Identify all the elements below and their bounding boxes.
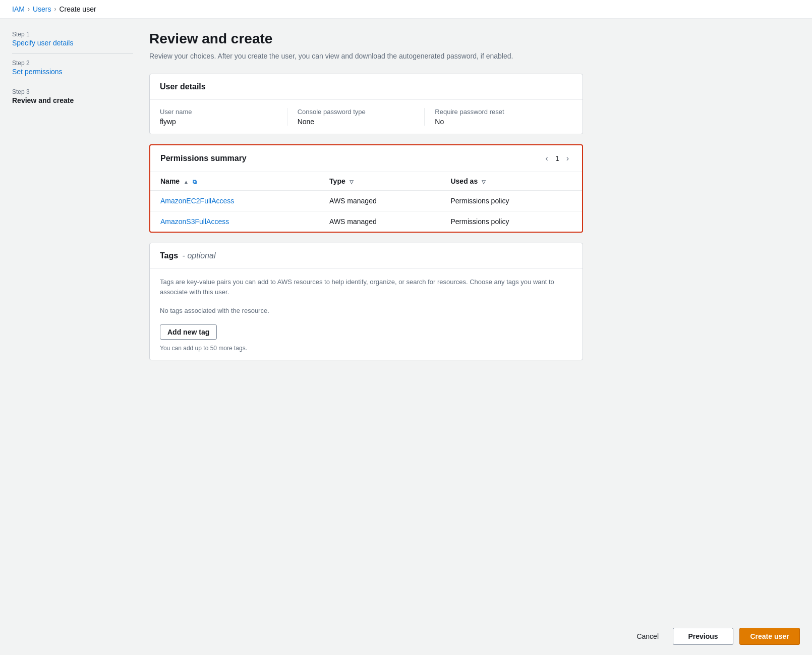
tags-title-text: Tags xyxy=(160,251,178,260)
permissions-table-head: Name ▲ ⧉ Type ▽ Used as ▽ xyxy=(150,172,582,191)
user-detail-username: User name flywp xyxy=(160,108,287,126)
breadcrumb-sep-1: › xyxy=(28,6,30,13)
tag-limit-note: You can add up to 50 more tags. xyxy=(160,345,572,352)
col-used-as-sort-icon: ▽ xyxy=(482,179,486,185)
user-detail-password-reset: Require password reset No xyxy=(435,108,572,126)
step-3-label: Step 3 xyxy=(12,88,133,95)
page-description: Review your choices. After you create th… xyxy=(149,51,583,62)
step-1-link[interactable]: Specify user details xyxy=(12,39,73,47)
pagination-next-btn[interactable]: › xyxy=(563,153,572,163)
step-1-label: Step 1 xyxy=(12,31,133,38)
page-title: Review and create xyxy=(149,31,583,47)
breadcrumb-users[interactable]: Users xyxy=(33,5,51,13)
step-divider-2 xyxy=(12,82,133,82)
step-2-label: Step 2 xyxy=(12,60,133,67)
breadcrumb: IAM › Users › Create user xyxy=(0,0,812,19)
user-details-title: User details xyxy=(160,82,572,91)
table-row: AmazonS3FullAccess AWS managed Permissio… xyxy=(150,211,582,232)
col-type-label: Type xyxy=(329,177,345,185)
col-used-as-label: Used as xyxy=(450,177,478,185)
step-1: Step 1 Specify user details xyxy=(12,31,133,47)
step-2: Step 2 Set permissions xyxy=(12,60,133,76)
password-type-label: Console password type xyxy=(298,108,415,116)
user-details-card: User details User name flywp Console pas… xyxy=(149,74,583,134)
permissions-table-header-row: Name ▲ ⧉ Type ▽ Used as ▽ xyxy=(150,172,582,191)
pagination-prev-btn[interactable]: ‹ xyxy=(543,153,551,163)
footer-actions: Cancel Previous Create user xyxy=(0,618,812,655)
col-type-sort-icon: ▽ xyxy=(350,179,354,185)
tags-body: Tags are key-value pairs you can add to … xyxy=(150,269,583,360)
sidebar: Step 1 Specify user details Step 2 Set p… xyxy=(12,31,133,618)
permissions-table: Name ▲ ⧉ Type ▽ Used as ▽ xyxy=(150,172,582,232)
permissions-header: Permissions summary ‹ 1 › xyxy=(150,145,582,172)
permissions-table-body: AmazonEC2FullAccess AWS managed Permissi… xyxy=(150,191,582,232)
row2-name: AmazonS3FullAccess xyxy=(150,211,319,232)
step-2-link[interactable]: Set permissions xyxy=(12,68,63,76)
page-wrapper: IAM › Users › Create user Step 1 Specify… xyxy=(0,0,812,655)
user-detail-password-type: Console password type None xyxy=(298,108,425,126)
permissions-title: Permissions summary xyxy=(160,154,247,163)
breadcrumb-current: Create user xyxy=(59,5,96,13)
previous-button[interactable]: Previous xyxy=(673,628,733,645)
breadcrumb-iam[interactable]: IAM xyxy=(12,5,25,13)
row2-type: AWS managed xyxy=(319,211,440,232)
cancel-button[interactable]: Cancel xyxy=(628,628,667,644)
main-layout: Step 1 Specify user details Step 2 Set p… xyxy=(0,19,812,618)
tags-optional-text: - optional xyxy=(183,251,216,260)
step-divider-1 xyxy=(12,53,133,53)
row1-name: AmazonEC2FullAccess xyxy=(150,191,319,211)
tags-card: Tags - optional Tags are key-value pairs… xyxy=(149,243,583,360)
row1-used-as: Permissions policy xyxy=(440,191,582,211)
tags-description: Tags are key-value pairs you can add to … xyxy=(160,277,572,297)
step-3: Step 3 Review and create xyxy=(12,88,133,104)
col-used-as[interactable]: Used as ▽ xyxy=(440,172,582,191)
content-area: Review and create Review your choices. A… xyxy=(149,31,583,618)
row1-type: AWS managed xyxy=(319,191,440,211)
col-name[interactable]: Name ▲ ⧉ xyxy=(150,172,319,191)
policy-link-s3[interactable]: AmazonS3FullAccess xyxy=(160,217,229,226)
col-name-sort-icon: ▲ xyxy=(184,179,189,185)
step-3-name: Review and create xyxy=(12,96,74,104)
policy-link-ec2[interactable]: AmazonEC2FullAccess xyxy=(160,197,234,205)
tags-title: Tags - optional xyxy=(160,251,572,260)
user-details-header: User details xyxy=(150,74,583,100)
pagination-controls: ‹ 1 › xyxy=(543,153,572,163)
password-reset-label: Require password reset xyxy=(435,108,562,116)
row2-used-as: Permissions policy xyxy=(440,211,582,232)
permissions-summary-card: Permissions summary ‹ 1 › Name ▲ ⧉ xyxy=(149,144,583,233)
col-name-label: Name xyxy=(160,177,180,185)
no-tags-text: No tags associated with the resource. xyxy=(160,307,572,314)
breadcrumb-sep-2: › xyxy=(54,6,56,13)
user-details-grid: User name flywp Console password type No… xyxy=(150,100,583,134)
password-reset-value: No xyxy=(435,118,562,126)
col-type[interactable]: Type ▽ xyxy=(319,172,440,191)
username-value: flywp xyxy=(160,118,277,126)
table-row: AmazonEC2FullAccess AWS managed Permissi… xyxy=(150,191,582,211)
add-tag-button[interactable]: Add new tag xyxy=(160,324,217,340)
name-external-link-icon[interactable]: ⧉ xyxy=(193,179,197,185)
create-user-button[interactable]: Create user xyxy=(739,628,800,645)
tags-header: Tags - optional xyxy=(150,243,583,269)
username-label: User name xyxy=(160,108,277,116)
password-type-value: None xyxy=(298,118,415,126)
pagination-num: 1 xyxy=(555,154,559,162)
